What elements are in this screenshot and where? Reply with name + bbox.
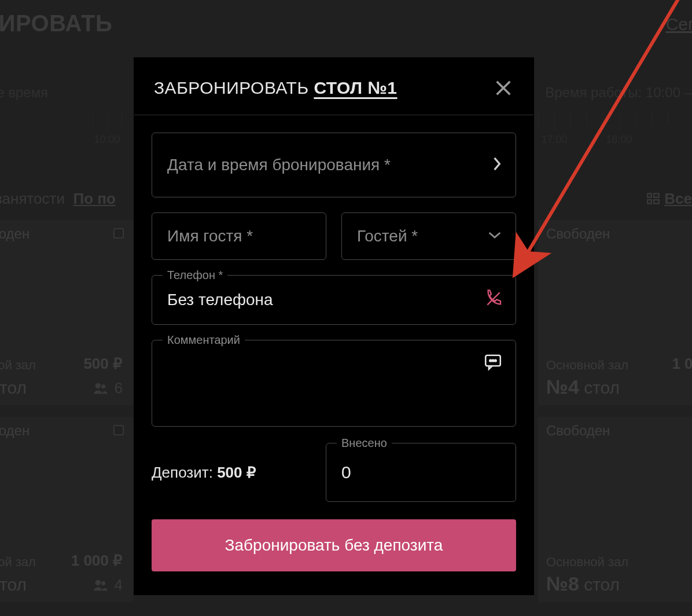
close-button[interactable]	[493, 78, 514, 98]
phone-legend: Телефон *	[163, 269, 227, 282]
guest-count-placeholder: Гостей *	[357, 227, 418, 245]
booking-modal: ЗАБРОНИРОВАТЬ СТОЛ №1 Дата и время брони…	[134, 58, 533, 595]
chevron-down-icon	[488, 230, 502, 242]
svg-point-6	[492, 360, 494, 361]
datetime-placeholder: Дата и время бронирования *	[167, 156, 391, 174]
chevron-right-icon	[492, 156, 502, 174]
deposit-paid-field[interactable]: Внесено 0	[326, 443, 516, 502]
modal-header: ЗАБРОНИРОВАТЬ СТОЛ №1	[134, 58, 533, 115]
modal-table-name[interactable]: СТОЛ №1	[314, 78, 397, 97]
svg-point-7	[495, 360, 496, 361]
phone-field[interactable]: Телефон * Без телефона	[152, 275, 516, 325]
modal-title: ЗАБРОНИРОВАТЬ СТОЛ №1	[154, 78, 397, 98]
comment-field[interactable]: Комментарий	[152, 340, 516, 427]
submit-button[interactable]: Забронировать без депозита	[152, 519, 516, 571]
deposit-paid-legend: Внесено	[337, 437, 392, 450]
guest-count-field[interactable]: Гостей *	[341, 212, 516, 260]
modal-body: Дата и время бронирования * Имя гостя * …	[134, 115, 533, 502]
phone-value: Без телефона	[167, 291, 273, 309]
comment-legend: Комментарий	[163, 333, 245, 347]
guest-name-placeholder: Имя гостя *	[167, 227, 253, 245]
no-phone-icon[interactable]	[484, 289, 503, 310]
modal-title-prefix: ЗАБРОНИРОВАТЬ	[154, 78, 309, 97]
comment-icon[interactable]	[483, 352, 503, 374]
datetime-field[interactable]: Дата и время бронирования *	[152, 133, 516, 197]
guest-name-field[interactable]: Имя гостя *	[152, 212, 326, 260]
deposit-paid-value: 0	[341, 463, 351, 482]
deposit-amount: 500 ₽	[217, 464, 256, 481]
submit-label: Забронировать без депозита	[225, 536, 443, 555]
svg-point-5	[489, 360, 491, 361]
deposit-label-prefix: Депозит:	[152, 464, 213, 481]
deposit-row: Депозит: 500 ₽ Внесено 0	[152, 443, 516, 502]
deposit-label: Депозит: 500 ₽	[152, 464, 311, 482]
close-icon	[494, 78, 513, 98]
